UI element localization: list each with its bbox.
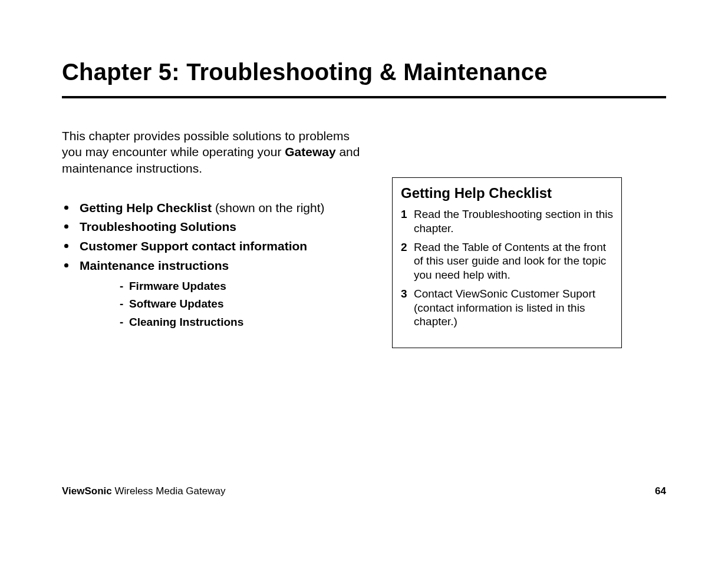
sidebar-list: Read the Troubleshooting section in this… xyxy=(401,207,613,329)
topic-item: Customer Support contact information xyxy=(80,237,368,256)
sidebar-item: Contact ViewSonic Customer Suport (conta… xyxy=(401,287,613,329)
topic-list: Getting Help Checklist (shown on the rig… xyxy=(62,199,368,331)
topic-label: Troubleshooting Solutions xyxy=(80,220,236,233)
topic-label-bold: Getting Help Checklist xyxy=(80,201,212,214)
sub-topic-label: Cleaning Instructions xyxy=(129,316,243,328)
intro-bold-word: Gateway xyxy=(285,145,335,158)
sub-topic-label: Software Updates xyxy=(129,297,223,310)
page-footer: ViewSonic Wireless Media Gateway 64 xyxy=(62,485,666,497)
sub-topic-list: Firmware Updates Software Updates Cleani… xyxy=(80,277,368,331)
footer-left: ViewSonic Wireless Media Gateway xyxy=(62,485,225,497)
sub-topic-item: Firmware Updates xyxy=(120,277,368,295)
sub-topic-item: Software Updates xyxy=(120,295,368,313)
topic-item: Troubleshooting Solutions xyxy=(80,217,368,237)
content-row: This chapter provides possible solutions… xyxy=(62,128,666,348)
sidebar-item: Read the Troubleshooting section in this… xyxy=(401,207,613,236)
footer-brand: ViewSonic xyxy=(62,485,112,497)
topic-label: Maintenance instructions xyxy=(80,259,229,272)
document-page: Chapter 5: Troubleshooting & Maintenance… xyxy=(0,0,728,562)
main-column: This chapter provides possible solutions… xyxy=(62,128,392,331)
topic-label-rest: (shown on the right) xyxy=(212,201,324,214)
topic-item: Maintenance instructions Firmware Update… xyxy=(80,256,368,332)
sub-topic-item: Cleaning Instructions xyxy=(120,313,368,331)
page-number: 64 xyxy=(655,485,666,497)
topic-label: Customer Support contact information xyxy=(80,239,307,253)
footer-product: Wireless Media Gateway xyxy=(112,485,226,497)
sidebar-item: Read the Table of Contents at the front … xyxy=(401,240,613,282)
intro-paragraph: This chapter provides possible solutions… xyxy=(62,128,368,176)
sidebar-box: Getting Help Checklist Read the Troubles… xyxy=(392,177,622,348)
title-rule xyxy=(62,96,666,98)
topic-item: Getting Help Checklist (shown on the rig… xyxy=(80,199,368,218)
sidebar-title: Getting Help Checklist xyxy=(401,185,613,201)
sub-topic-label: Firmware Updates xyxy=(129,280,226,292)
chapter-title: Chapter 5: Troubleshooting & Maintenance xyxy=(62,59,666,96)
